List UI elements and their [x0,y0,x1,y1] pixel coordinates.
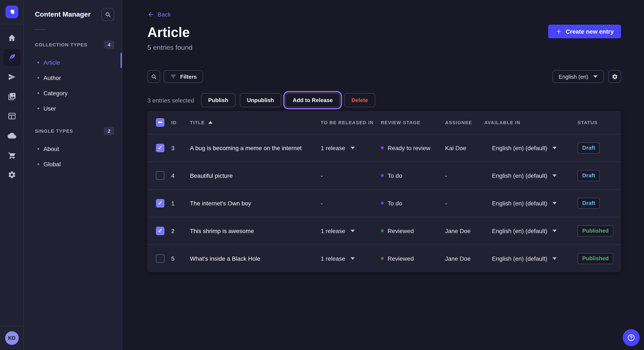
column-header-to-be-released-in[interactable]: TO BE RELEASED IN [321,111,381,134]
publish-button[interactable]: Publish [201,93,235,107]
row-checkbox[interactable] [156,254,164,263]
chevron-down-icon[interactable] [552,202,557,204]
cell-title: Beautiful picture [190,162,321,189]
table-row[interactable]: 2This shrimp is awesome1 releaseReviewed… [147,217,621,245]
nav-content-manager[interactable] [3,49,20,66]
cell-release: - [321,162,381,189]
filter-icon [170,73,177,80]
row-checkbox[interactable] [156,199,164,207]
home-icon [8,34,16,42]
cell-release: 1 release [321,245,381,272]
sidebar-item-article[interactable]: Article [24,55,122,70]
table-search-button[interactable] [147,70,160,83]
chevron-down-icon[interactable] [350,147,354,149]
row-checkbox[interactable] [156,171,164,180]
column-header-id[interactable]: ID [171,111,190,134]
sidebar-item-global[interactable]: Global [24,157,122,172]
cell-release: 1 release [321,134,381,162]
filters-button[interactable]: Filters [164,70,203,83]
release-value: - [321,172,323,179]
bulk-action-buttons: PublishUnpublishAdd to ReleaseDelete [201,93,375,107]
sidebar-divider [35,29,45,30]
section-count-badge: 2 [104,127,114,135]
cell-status: Draft [578,189,621,217]
create-new-entry-button[interactable]: Create new entry [548,25,621,38]
gear-icon [612,73,618,80]
table-row[interactable]: 4Beautiful picture-To do-English (en) (d… [147,162,621,189]
nav-home[interactable] [3,29,20,46]
bullet-icon [38,108,39,109]
table-row[interactable]: 3A bug is becoming a meme on the interne… [147,134,621,162]
locale-value: English (en) (default) [492,172,547,179]
sidebar-item-category[interactable]: Category [24,85,122,101]
cell-release: 1 release [321,217,381,245]
unpublish-button[interactable]: Unpublish [240,93,281,107]
column-header-available-in[interactable]: AVAILABLE IN [484,111,578,134]
sidebar-scrollbar-thumb[interactable] [120,53,122,68]
cell-title: A bug is becoming a meme on the internet [190,134,321,162]
column-header-review-stage[interactable]: REVIEW STAGE [381,111,445,134]
nav-cloud[interactable] [3,127,20,144]
nav-content-type-builder[interactable] [3,108,20,125]
column-header-status[interactable]: STATUS [578,111,621,134]
strapi-logo[interactable] [5,5,18,18]
table-row[interactable]: 1The internet's Own boy-To do-English (e… [147,189,621,217]
sidebar-item-author[interactable]: Author [24,70,122,85]
row-checkbox[interactable] [156,226,164,235]
nav-settings[interactable] [3,166,20,183]
cell-id: 2 [171,217,190,245]
status-badge: Draft [578,142,600,153]
chevron-down-icon[interactable] [552,174,557,177]
column-label: TITLE [190,120,205,125]
status-badge: Published [578,225,613,236]
search-icon [104,11,111,18]
locale-value: English (en) (default) [492,227,547,234]
chevron-down-icon [593,75,598,78]
table-row[interactable]: 5What's inside a Black Hole1 releaseRevi… [147,245,621,272]
cell-review-stage: Reviewed [381,217,445,245]
sidebar-item-user[interactable]: User [24,101,122,116]
add-to-release-button[interactable]: Add to Release [285,93,340,107]
cell-title: The internet's Own boy [190,189,321,217]
column-header-assignee[interactable]: ASSIGNEE [445,111,484,134]
stage-label: To do [388,200,402,206]
cell-title: This shrimp is awesome [190,217,321,245]
selection-count: 3 entries selected [147,97,194,104]
back-link[interactable]: Back [147,11,171,18]
cell-status: Published [578,217,621,245]
select-all-checkbox[interactable] [156,118,164,127]
sidebar-item-label: Global [44,161,61,168]
cell-available-in: English (en) (default) [484,134,578,162]
stage-label: Reviewed [388,227,414,234]
stage-dot-icon [381,146,384,149]
sidebar-search-button[interactable] [101,8,114,21]
nav-marketplace[interactable] [3,147,20,164]
entries-table: IDTITLETO BE RELEASED INREVIEW STAGEASSI… [147,111,621,272]
row-checkbox[interactable] [156,144,164,152]
chevron-down-icon[interactable] [350,257,354,260]
cell-id: 3 [171,134,190,162]
chevron-down-icon[interactable] [552,229,557,232]
nav-media-library[interactable] [3,88,20,105]
release-value: - [321,200,323,206]
section-label: COLLECTION TYPES [35,42,88,47]
chevron-down-icon[interactable] [552,257,557,260]
column-header-title[interactable]: TITLE [190,111,321,134]
cell-review-stage: Ready to review [381,134,445,162]
stage-dot-icon [381,229,384,232]
delete-button[interactable]: Delete [344,93,375,107]
help-button[interactable] [623,329,640,346]
cell-available-in: English (en) (default) [484,217,578,245]
status-badge: Draft [578,197,600,209]
cell-id: 5 [171,245,190,272]
user-avatar[interactable]: KD [5,331,18,345]
paper-plane-icon [8,73,16,81]
locale-select[interactable]: English (en) [552,70,604,83]
sidebar-item-about[interactable]: About [24,141,122,157]
cell-title: What's inside a Black Hole [190,245,321,272]
chevron-down-icon[interactable] [552,147,557,149]
chevron-down-icon[interactable] [350,229,354,232]
cell-assignee: - [445,189,484,217]
nav-releases[interactable] [3,68,20,85]
view-settings-button[interactable] [608,70,621,83]
